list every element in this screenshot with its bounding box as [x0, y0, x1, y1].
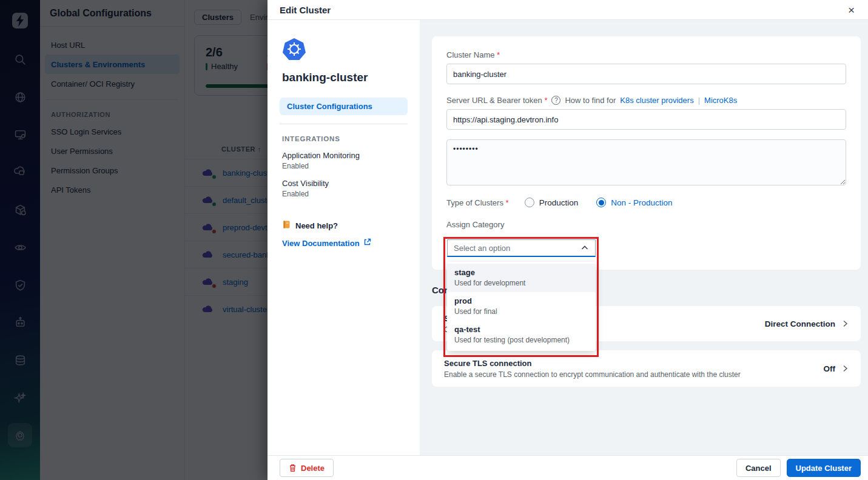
radio-circle-icon	[525, 198, 534, 207]
server-url-input[interactable]	[446, 109, 846, 130]
radio-circle-icon	[596, 198, 606, 207]
divider	[280, 124, 408, 124]
radio-non-production[interactable]: Non - Production	[596, 198, 672, 207]
k8s-providers-link[interactable]: K8s cluster providers	[620, 96, 693, 105]
integration-status: Enabled	[282, 162, 408, 170]
tls-value: Off	[824, 364, 836, 373]
need-help: Need help?	[282, 220, 408, 231]
modal-header: Edit Cluster ×	[267, 0, 868, 20]
kubernetes-icon	[282, 37, 306, 61]
integration-item[interactable]: Application Monitoring Enabled	[282, 151, 408, 170]
trash-icon	[289, 464, 297, 472]
modal-cluster-name: banking-cluster	[282, 71, 408, 84]
chevron-right-icon	[841, 365, 849, 372]
cluster-name-input[interactable]	[446, 64, 846, 84]
how-to-find-text: How to find for	[565, 96, 616, 105]
external-link-icon	[363, 238, 371, 248]
modal-footer: Delete Cancel Update Cluster	[267, 455, 868, 480]
server-connection-value: Direct Connection	[765, 319, 835, 328]
assign-category-label: Assign Category	[446, 220, 846, 229]
integration-item[interactable]: Cost Visibility Enabled	[282, 179, 408, 198]
book-icon	[282, 220, 291, 231]
view-documentation-link[interactable]: View Documentation	[282, 238, 408, 248]
integration-status: Enabled	[282, 190, 408, 198]
option-stage[interactable]: stage Used for development	[447, 264, 596, 292]
modal-sidebar: banking-cluster Cluster Configurations I…	[267, 20, 420, 455]
assign-category-select[interactable]: Select an option	[447, 239, 596, 257]
delete-button[interactable]: Delete	[280, 459, 334, 477]
option-prod[interactable]: prod Used for final	[447, 292, 596, 321]
modal-title: Edit Cluster	[280, 5, 331, 15]
microk8s-link[interactable]: MicroK8s	[704, 96, 737, 105]
server-url-label: Server URL & Bearer token *	[446, 96, 547, 105]
edit-cluster-modal: Edit Cluster × banking-cluster Cluster	[267, 0, 868, 480]
category-dropdown-menu: stage Used for development prod Used for…	[447, 262, 596, 351]
cancel-button[interactable]: Cancel	[736, 459, 781, 477]
chevron-right-icon	[841, 320, 849, 327]
select-placeholder: Select an option	[454, 244, 510, 253]
type-of-clusters-label: Type of Clusters *	[446, 198, 509, 207]
cluster-name-label: Cluster Name *	[446, 50, 846, 59]
option-qa-test[interactable]: qa-test Used for testing (post developme…	[447, 321, 596, 349]
tab-cluster-configurations[interactable]: Cluster Configurations	[280, 98, 408, 115]
close-icon[interactable]: ×	[844, 3, 858, 17]
secure-tls-card[interactable]: Secure TLS connection Enable a secure TL…	[432, 350, 861, 387]
modal-content: Cluster Name * Server URL & Bearer token…	[420, 20, 868, 455]
bearer-token-textarea[interactable]: ••••••••	[446, 139, 846, 185]
chevron-up-icon	[580, 244, 589, 252]
integrations-heading: INTEGRATIONS	[282, 135, 408, 142]
radio-production[interactable]: Production	[525, 198, 579, 207]
help-question-icon[interactable]: ?	[551, 96, 560, 105]
update-cluster-button[interactable]: Update Cluster	[787, 459, 861, 477]
cluster-form-card: Cluster Name * Server URL & Bearer token…	[432, 36, 861, 270]
